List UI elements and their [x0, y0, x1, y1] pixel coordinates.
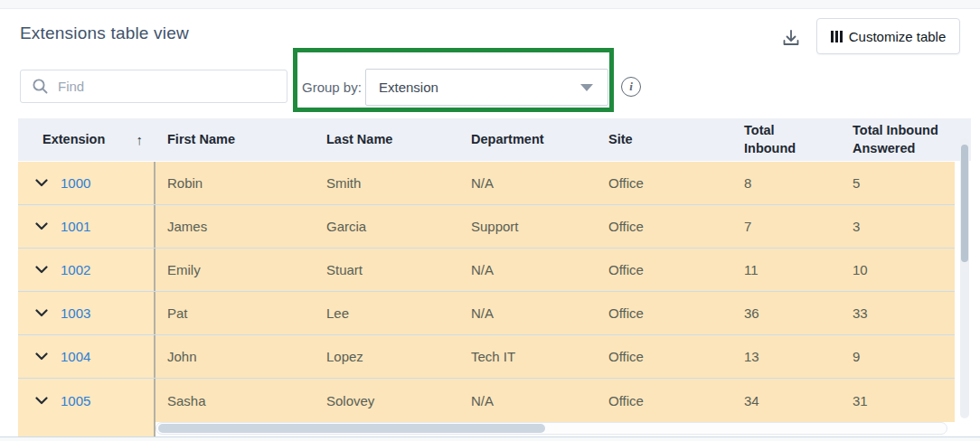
- find-input[interactable]: [58, 79, 266, 94]
- last-name-cell: Stuart: [315, 249, 459, 291]
- table-row: 1005 Sasha Solovey N/A Office 34 31: [18, 379, 955, 422]
- chevron-down-icon: [35, 266, 48, 274]
- site-cell: Office: [597, 292, 732, 334]
- extension-link[interactable]: 1001: [61, 219, 90, 234]
- last-name-cell: Smith: [315, 162, 459, 204]
- horizontal-scrollbar-thumb[interactable]: [158, 424, 545, 433]
- site-cell: Office: [597, 335, 732, 378]
- chevron-down-icon: [35, 222, 48, 230]
- column-header-first-name[interactable]: First Name: [155, 118, 315, 161]
- customize-table-button[interactable]: Customize table: [816, 18, 960, 54]
- last-name-cell: Lee: [315, 292, 459, 334]
- site-cell: Office: [597, 162, 732, 204]
- sort-ascending-icon[interactable]: ↑: [137, 131, 144, 149]
- customize-table-label: Customize table: [849, 29, 947, 44]
- download-button[interactable]: [777, 24, 805, 52]
- find-search-box[interactable]: [20, 70, 287, 103]
- total-inbound-cell: 34: [732, 379, 841, 422]
- group-by-label: Group by:: [302, 80, 362, 95]
- department-cell: Support: [459, 205, 597, 248]
- search-icon: [32, 78, 49, 95]
- table-body: 1000 Robin Smith N/A Office 8 5 1001 Jam…: [18, 162, 955, 422]
- department-cell: N/A: [459, 249, 597, 291]
- chevron-down-icon: [35, 309, 48, 317]
- total-inbound-answered-cell: 10: [841, 249, 955, 291]
- columns-icon: [831, 31, 843, 42]
- download-icon: [781, 28, 801, 48]
- department-cell: Tech IT: [459, 335, 597, 378]
- department-cell: N/A: [459, 292, 597, 334]
- site-cell: Office: [597, 249, 732, 291]
- chevron-down-icon: [35, 352, 48, 361]
- extension-link[interactable]: 1005: [61, 393, 90, 408]
- table-row: 1003 Pat Lee N/A Office 36 33: [18, 292, 955, 335]
- page-title: Extensions table view: [20, 23, 189, 43]
- group-by-dropdown[interactable]: Extension: [365, 69, 608, 106]
- first-name-cell: James: [155, 205, 315, 248]
- column-header-site[interactable]: Site: [597, 118, 732, 161]
- first-name-cell: John: [155, 335, 315, 378]
- total-inbound-answered-cell: 9: [841, 335, 955, 378]
- table-row: 1002 Emily Stuart N/A Office 11 10: [18, 249, 955, 292]
- row-expand-button[interactable]: [34, 176, 49, 191]
- total-inbound-cell: 13: [732, 335, 841, 378]
- column-header-total-inbound[interactable]: Total Inbound: [732, 118, 841, 161]
- total-inbound-answered-cell: 31: [841, 379, 955, 422]
- department-cell: N/A: [459, 379, 597, 422]
- table-row: 1001 James Garcia Support Office 7 3: [18, 205, 955, 249]
- row-expand-button[interactable]: [34, 306, 49, 321]
- info-icon[interactable]: i: [621, 77, 641, 97]
- table-row: 1004 John Lopez Tech IT Office 13 9: [18, 335, 955, 379]
- chevron-down-icon: [580, 84, 593, 91]
- column-header-department[interactable]: Department: [459, 118, 597, 161]
- total-inbound-cell: 8: [732, 162, 841, 204]
- total-inbound-answered-cell: 3: [841, 205, 955, 248]
- extension-cell: 1005: [18, 379, 155, 422]
- last-name-cell: Garcia: [315, 205, 459, 248]
- last-name-cell: Solovey: [315, 379, 459, 422]
- chevron-down-icon: [35, 397, 48, 405]
- first-name-cell: Robin: [155, 162, 315, 204]
- column-header-extension[interactable]: Extension ↑: [18, 118, 155, 161]
- first-name-cell: Pat: [155, 292, 315, 334]
- extension-cell: 1000: [18, 162, 155, 204]
- column-header-total-inbound-answered[interactable]: Total Inbound Answered: [841, 118, 955, 161]
- row-expand-button[interactable]: [34, 220, 49, 234]
- extension-cell: 1004: [18, 335, 155, 378]
- row-expand-button[interactable]: [34, 350, 49, 364]
- total-inbound-cell: 36: [732, 292, 841, 334]
- total-inbound-answered-cell: 33: [841, 292, 955, 334]
- page-bottom-strip: [0, 436, 980, 441]
- row-expand-button[interactable]: [34, 393, 49, 408]
- page-top-strip: [0, 0, 980, 9]
- site-cell: Office: [597, 379, 732, 422]
- extension-link[interactable]: 1002: [61, 262, 90, 277]
- extension-cell: 1001: [18, 205, 155, 248]
- first-name-cell: Sasha: [155, 379, 315, 422]
- row-expand-button[interactable]: [34, 263, 49, 277]
- chevron-down-icon: [35, 179, 48, 187]
- extension-link[interactable]: 1004: [61, 349, 90, 364]
- extension-cell: 1002: [18, 249, 155, 291]
- total-inbound-cell: 7: [732, 205, 841, 248]
- extension-link[interactable]: 1003: [61, 305, 90, 321]
- site-cell: Office: [597, 205, 732, 248]
- total-inbound-answered-cell: 5: [841, 162, 955, 204]
- column-header-last-name[interactable]: Last Name: [315, 118, 459, 161]
- first-name-cell: Emily: [155, 249, 315, 291]
- table-header-row: Extension ↑ First Name Last Name Departm…: [18, 118, 971, 161]
- department-cell: N/A: [459, 162, 597, 204]
- vertical-scrollbar-thumb[interactable]: [961, 145, 968, 262]
- extension-cell: 1003: [18, 292, 155, 334]
- extension-link[interactable]: 1000: [61, 175, 90, 191]
- group-by-selected-value: Extension: [379, 80, 580, 95]
- total-inbound-cell: 11: [732, 249, 841, 291]
- table-row: 1000 Robin Smith N/A Office 8 5: [18, 162, 955, 205]
- next-row-partial-cell: [18, 422, 155, 436]
- last-name-cell: Lopez: [315, 335, 459, 378]
